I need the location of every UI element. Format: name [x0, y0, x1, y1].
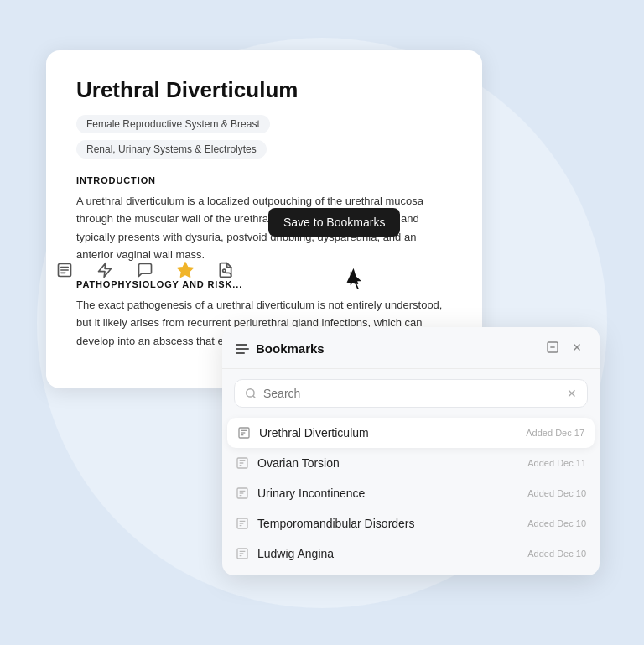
- close-button[interactable]: [568, 340, 586, 357]
- svg-point-6: [223, 269, 226, 272]
- bookmark-name-urethral: Urethral Diverticulum: [259, 426, 519, 440]
- header-icons: [543, 339, 586, 358]
- search-bar[interactable]: ✕: [234, 379, 588, 408]
- notes-icon: [56, 262, 73, 278]
- document-button[interactable]: [207, 252, 244, 289]
- bookmark-name-ovarian: Ovarian Torsion: [257, 456, 521, 470]
- bookmark-item-urethral[interactable]: Urethral Diverticulum Added Dec 17: [227, 418, 595, 448]
- minimize-button[interactable]: [543, 339, 563, 358]
- bookmark-date-ovarian: Added Dec 11: [527, 458, 586, 468]
- intro-heading: INTRODUCTION: [76, 175, 452, 185]
- search-clear-button[interactable]: ✕: [567, 387, 577, 400]
- bookmarks-list: Urethral Diverticulum Added Dec 17 Ovari…: [222, 414, 600, 575]
- bookmarks-title: Bookmarks: [256, 341, 325, 356]
- bookmarks-panel: Bookmarks ✕ Urethral: [222, 327, 600, 575]
- bookmark-button[interactable]: [167, 252, 204, 289]
- document-icon: [217, 262, 234, 278]
- svg-marker-4: [99, 263, 112, 278]
- bookmark-item-ludwig[interactable]: Ludwig Angina Added Dec 10: [222, 538, 600, 569]
- bookmark-date-urethral: Added Dec 17: [526, 428, 584, 438]
- bookmark-name-urinary: Urinary Incontinence: [257, 486, 521, 500]
- bookmarks-title-row: Bookmarks: [236, 341, 325, 356]
- bookmark-date-urinary: Added Dec 10: [527, 488, 586, 498]
- bookmarks-header: Bookmarks: [222, 327, 600, 369]
- tag-renal[interactable]: Renal, Urinary Systems & Electrolytes: [76, 140, 267, 159]
- comment-button[interactable]: [127, 252, 164, 289]
- bookmark-name-ludwig: Ludwig Angina: [257, 547, 521, 560]
- notes-button[interactable]: [46, 252, 83, 289]
- svg-marker-5: [178, 263, 193, 277]
- bookmark-name-temporal: Temporomandibular Disorders: [257, 517, 521, 530]
- close-icon: [571, 341, 583, 353]
- article-title: Urethral Diverticulum: [76, 77, 452, 103]
- bookmark-doc-icon-ludwig: [236, 547, 249, 560]
- flashcards-button[interactable]: [86, 252, 123, 289]
- menu-icon: [236, 344, 249, 354]
- bookmark-item-ovarian[interactable]: Ovarian Torsion Added Dec 11: [222, 448, 600, 478]
- bookmark-date-ludwig: Added Dec 10: [527, 549, 586, 559]
- bookmark-item-temporal[interactable]: Temporomandibular Disorders Added Dec 10: [222, 508, 600, 538]
- bookmark-doc-icon-temporal: [236, 517, 249, 530]
- bookmark-doc-icon-urethral: [237, 426, 251, 440]
- tag-reproductive[interactable]: Female Reproductive System & Breast: [76, 115, 270, 133]
- bookmark-date-temporal: Added Dec 10: [527, 518, 586, 528]
- svg-line-13: [253, 396, 256, 398]
- tags-row: Female Reproductive System & Breast Rena…: [76, 115, 452, 159]
- bookmark-doc-icon-ovarian: [236, 456, 249, 470]
- toolbar: [46, 252, 244, 289]
- svg-point-12: [247, 389, 254, 397]
- flash-icon: [96, 262, 113, 278]
- comment-icon: [137, 262, 153, 278]
- bookmark-star-icon: [176, 261, 195, 279]
- bookmark-doc-icon-urinary: [236, 486, 249, 500]
- minimize-icon: [546, 341, 559, 354]
- bookmark-item-urinary[interactable]: Urinary Incontinence Added Dec 10: [222, 478, 600, 508]
- search-icon: [245, 388, 257, 399]
- search-input[interactable]: [263, 387, 560, 400]
